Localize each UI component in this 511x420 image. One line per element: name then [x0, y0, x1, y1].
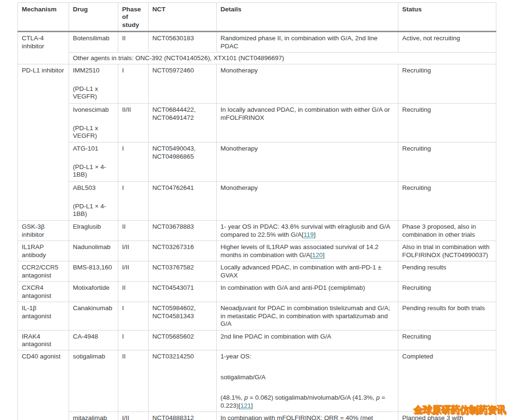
table-row: GSK-3β inhibitor Elraglusib II NCT036788…: [18, 221, 496, 241]
cell-details: 2nd line PDAC in combination with G/A: [217, 330, 398, 350]
cell-mechanism: IL-1β antagonist: [18, 302, 69, 330]
drug-name: IMM2510: [73, 67, 114, 74]
cell-phase: I/II: [118, 241, 149, 261]
cell-status: Pending results: [398, 261, 496, 282]
cell-details: Monotherapy: [217, 182, 398, 221]
cell-drug: Nadunolimab: [69, 241, 118, 261]
cell-phase: I: [118, 330, 149, 350]
cell-drug: ATG-101 (PD-L1 × 4-1BB): [69, 143, 118, 182]
cell-drug: Canakinumab: [69, 302, 118, 330]
cell-details: Higher levels of IL1RAP was associated s…: [217, 241, 398, 261]
table-row: CXCR4 antagonist Motixafortide II NCT045…: [18, 282, 496, 302]
cell-status: Phase 3 proposed, also in combination in…: [398, 221, 496, 241]
reference-link[interactable]: 121: [240, 402, 251, 409]
cell-mechanism: PD-L1 inhibitor: [18, 64, 69, 221]
cell-nct: NCT05490043, NCT04986865: [149, 143, 217, 182]
cell-drug: ABL503 (PD-L1 × 4-1BB): [69, 182, 118, 221]
cell-phase: II: [118, 350, 149, 412]
cell-status: Recruiting: [398, 282, 496, 302]
reference-link[interactable]: 119: [304, 231, 314, 238]
cell-status: Completed: [398, 350, 496, 412]
cell-status: Recruiting: [398, 104, 496, 143]
cell-other-agents-note: Other agents in trials: ONC-392 (NCT0414…: [69, 53, 496, 64]
cell-drug: BMS-813,160: [69, 261, 118, 282]
cell-drug: Motixafortide: [69, 282, 118, 302]
table-row: IL-1β antagonist Canakinumab I NCT059846…: [18, 302, 496, 330]
cell-drug: sotigalimab: [69, 350, 118, 412]
table-row: IRAK4 antagonist CA-4948 I NCT05685602 2…: [18, 330, 496, 350]
cell-details: Monotherapy: [217, 64, 398, 104]
cell-phase: II/II: [118, 104, 149, 143]
table-row: Ivonescimab (PD-L1 x VEGFR) II/II NCT068…: [18, 104, 496, 143]
drug-name: ABL503: [73, 184, 114, 192]
cell-nct: NCT03678883: [149, 221, 217, 241]
details-line: (48.1%, p = 0.062) sotigalimab/nivolumab…: [220, 394, 394, 410]
details-line: sotigalimab/G/A: [220, 374, 394, 381]
column-header-details: Details: [217, 3, 398, 32]
table-row: CTLA-4 inhibitor Botensilimab II NCT0563…: [18, 32, 496, 53]
cell-details: 1-year OS: sotigalimab/G/A (48.1%, p = 0…: [217, 350, 398, 412]
cell-phase: I/II: [118, 261, 149, 282]
cell-drug: Ivonescimab (PD-L1 x VEGFR): [69, 104, 118, 143]
drug-target: (PD-L1 × 4-1BB): [73, 163, 114, 179]
cell-nct: NCT05630183: [149, 32, 217, 53]
cell-details: In locally advanced PDAC, in combination…: [217, 104, 398, 143]
details-text: In combination with mFOLFIRINOX: ORR = 4…: [220, 414, 373, 420]
cell-status: Recruiting: [398, 64, 496, 104]
cell-phase: I: [118, 143, 149, 182]
cell-mechanism: CD40 agonist: [18, 350, 69, 420]
cell-nct: NCT06844422, NCT06491472: [149, 104, 217, 143]
cell-status: Also in trial in combination with FOLFIR…: [398, 241, 496, 261]
table-row: CD40 agonist sotigalimab II NCT03214250 …: [18, 350, 496, 412]
cell-mechanism: CTLA-4 inhibitor: [18, 32, 69, 64]
cell-status: Pending results for both trials: [398, 302, 496, 330]
drug-target: (PD-L1 x VEGFR): [73, 125, 114, 140]
cell-nct: NCT03767582: [149, 261, 217, 282]
table-row-note: Other agents in trials: ONC-392 (NCT0414…: [18, 53, 496, 64]
cell-details: In combination with mFOLFIRINOX: ORR = 4…: [217, 412, 398, 420]
cell-drug: Botensilimab: [69, 32, 118, 53]
column-header-drug: Drug: [69, 3, 118, 32]
header-row: Mechanism Drug Phase of study NCT Detail…: [18, 3, 496, 32]
cell-mechanism: GSK-3β inhibitor: [18, 221, 69, 241]
clinical-trials-table: Mechanism Drug Phase of study NCT Detail…: [18, 2, 496, 420]
watermark: 全球原研药仿制药资讯: [414, 403, 506, 416]
cell-phase: II: [118, 282, 149, 302]
cell-drug: mitazalimab: [69, 412, 118, 420]
table-row: IL1RAP antibody Nadunolimab I/II NCT0326…: [18, 241, 496, 261]
table-row: ABL503 (PD-L1 × 4-1BB) I NCT04762641 Mon…: [18, 182, 496, 221]
cell-details: Monotherapy: [217, 143, 398, 182]
cell-nct: NCT03267316: [149, 241, 217, 261]
cell-mechanism: CCR2/CCR5 antagonist: [18, 261, 69, 282]
drug-name: ATG-101: [73, 145, 114, 152]
cell-details: Locally advanced PDAC, in combination wi…: [217, 261, 398, 282]
column-header-status: Status: [398, 3, 496, 32]
cell-phase: I: [118, 182, 149, 221]
cell-phase: I: [118, 64, 149, 104]
cell-details: Randomized phase II, in combination with…: [217, 32, 398, 53]
details-line: 1-year OS:: [220, 353, 394, 360]
column-header-nct: NCT: [149, 3, 217, 32]
cell-mechanism: CXCR4 antagonist: [18, 282, 69, 302]
details-text: ]: [323, 251, 325, 259]
cell-nct: NCT03214250: [149, 350, 217, 412]
cell-phase: II: [118, 32, 149, 53]
cell-phase: II: [118, 221, 149, 241]
cell-drug: CA-4948: [69, 330, 118, 350]
drug-target: (PD-L1 × 4-1BB): [73, 203, 114, 218]
cell-details: 1- year OS in PDAC: 43.6% survival with …: [217, 221, 398, 241]
cell-nct: NCT05984602, NCT04581343: [149, 302, 217, 330]
table-row: PD-L1 inhibitor IMM2510 (PD-L1 x VEGFR) …: [18, 64, 496, 104]
cell-phase: I: [118, 302, 149, 330]
cell-nct: NCT04543071: [149, 282, 217, 302]
reference-link[interactable]: 120: [312, 251, 323, 259]
cell-phase: I/II: [118, 412, 149, 420]
table-row: ATG-101 (PD-L1 × 4-1BB) I NCT05490043, N…: [18, 143, 496, 182]
cell-details: Neoadjuvant for PDAC in combination tisl…: [217, 302, 398, 330]
drug-target: (PD-L1 x VEGFR): [73, 85, 114, 101]
details-text: ]: [314, 231, 316, 238]
cell-status: Active, not recruiting: [398, 32, 496, 53]
table-row: CCR2/CCR5 antagonist BMS-813,160 I/II NC…: [18, 261, 496, 282]
cell-status: Recruiting: [398, 330, 496, 350]
cell-status: Recruiting: [398, 143, 496, 182]
